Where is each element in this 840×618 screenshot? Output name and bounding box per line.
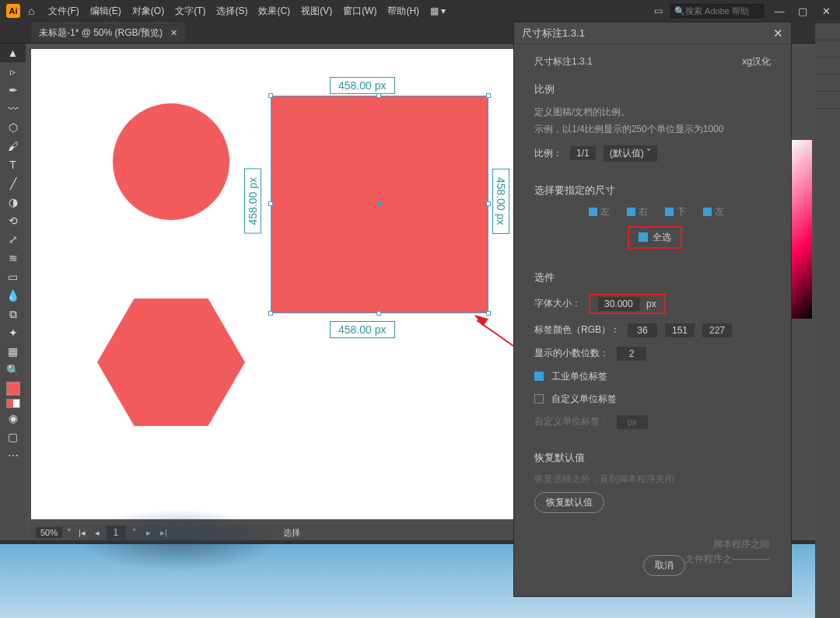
menu-object[interactable]: 对象(O) — [129, 3, 167, 19]
search-input[interactable]: 🔍 搜索 Adobe 帮助 — [670, 4, 764, 18]
rotate-tool-icon[interactable]: ⟲ — [0, 211, 26, 230]
menu-help[interactable]: 帮助(H) — [384, 3, 422, 19]
menu-type[interactable]: 文字(T) — [172, 3, 208, 19]
tool-panel: ▲ ▹ ✒ 〰 ⬡ 🖌 T ╱ ◑ ⟲ ⤢ ≋ ▭ 💧 ⧉ ✦ ▦ 🔍 ◉ ▢ … — [0, 44, 26, 540]
font-size-unit: px — [646, 299, 656, 309]
width-tool-icon[interactable]: ≋ — [0, 249, 26, 267]
select-all-label: 全选 — [653, 231, 671, 244]
doc-layout-icon[interactable]: ▭ — [654, 5, 663, 16]
restore-defaults-button[interactable]: 恢复默认值 — [534, 492, 604, 513]
paintbrush-tool-icon[interactable]: 🖌 — [0, 137, 26, 155]
decimals-label: 显示的小数位数： — [534, 347, 609, 360]
decimals-input[interactable]: 2 — [617, 347, 646, 361]
selection-handle[interactable] — [486, 201, 491, 206]
rgb-b-input[interactable]: 227 — [702, 323, 732, 337]
scale-desc-1: 定义图稿/文档的比例。 — [534, 104, 771, 120]
zoom-tool-icon[interactable]: 🔍 — [0, 361, 26, 379]
type-tool-icon[interactable]: T — [0, 155, 26, 174]
color-spectrum-preview[interactable] — [789, 140, 812, 319]
artboard-tool-icon[interactable]: ▦ — [0, 342, 26, 361]
pen-tool-icon[interactable]: ✒ — [0, 81, 26, 100]
home-icon[interactable]: ⌂ — [28, 5, 34, 17]
line-tool-icon[interactable]: ╱ — [0, 174, 26, 193]
artboard-canvas[interactable]: 458.00 px 458.00 px 458.00 px 458.00 px — [31, 49, 519, 519]
menu-view[interactable]: 视图(V) — [298, 3, 335, 19]
selection-handle[interactable] — [486, 311, 491, 316]
scale-desc-2: 示例，以1/4比例显示的250个单位显示为1000 — [534, 121, 771, 137]
cancel-button[interactable]: 取消 — [643, 555, 685, 576]
window-restore-icon[interactable]: ▢ — [795, 5, 810, 17]
zoom-level[interactable]: 50% — [36, 527, 62, 538]
fill-color-swatch[interactable] — [6, 382, 20, 396]
label-color-label: 标签颜色（RGB）： — [534, 323, 620, 337]
section-title: 比例 — [534, 82, 771, 96]
desktop-reflection — [78, 509, 280, 571]
document-tab[interactable]: 未标题-1* @ 50% (RGB/预览) ✕ — [31, 23, 185, 43]
shape-builder-tool-icon[interactable]: ◑ — [0, 193, 26, 211]
symbol-sprayer-tool-icon[interactable]: ✦ — [0, 323, 26, 342]
scale-section: 比例 定义图稿/文档的比例。 示例，以1/4比例显示的250个单位显示为1000… — [534, 82, 771, 162]
rectangle-shape-selected[interactable] — [271, 96, 488, 313]
curvature-tool-icon[interactable]: 〰 — [0, 100, 26, 118]
side-checkbox-top[interactable]: 下 — [665, 205, 686, 218]
scale-tool-icon[interactable]: ⤢ — [0, 230, 26, 249]
menu-window[interactable]: 窗口(W) — [340, 3, 380, 19]
select-all-checkbox[interactable]: 全选 — [628, 226, 682, 249]
selection-handle[interactable] — [268, 93, 273, 98]
screen-mode-icon[interactable]: ▢ — [0, 428, 26, 446]
window-minimize-icon[interactable]: — — [772, 5, 787, 17]
section-title: 恢复默认值 — [534, 451, 771, 465]
panel-dock[interactable] — [815, 23, 840, 618]
checkbox-icon — [639, 232, 648, 242]
rgb-r-input[interactable]: 36 — [628, 323, 657, 337]
eyedropper-tool-icon[interactable]: 💧 — [0, 286, 26, 305]
font-size-input[interactable]: 30.000 — [598, 297, 640, 311]
hexagon-shape[interactable] — [97, 299, 245, 426]
restore-hint: 恢复选择之外，直到脚本程序关闭 — [534, 473, 771, 486]
menu-effect[interactable]: 效果(C) — [255, 3, 293, 19]
options-section: 选件 字体大小： 30.000 px 标签颜色（RGB）： 36 151 227… — [534, 271, 771, 429]
circle-shape[interactable] — [113, 103, 229, 220]
selection-handle[interactable] — [268, 201, 273, 206]
status-selection-label: 选择 — [283, 527, 300, 539]
dimension-label-top: 458.00 px — [330, 77, 395, 94]
zoom-dropdown-icon[interactable]: ˅ — [67, 528, 72, 538]
selection-handle[interactable] — [486, 93, 491, 98]
stroke-color-swatch[interactable] — [6, 399, 20, 408]
edit-toolbar-icon[interactable]: ⋯ — [0, 446, 26, 465]
menu-file[interactable]: 文件(F) — [45, 3, 82, 19]
font-size-input-highlight: 30.000 px — [589, 294, 666, 314]
free-transform-tool-icon[interactable]: ▭ — [0, 267, 26, 286]
blend-tool-icon[interactable]: ⧉ — [0, 305, 26, 323]
scale-default-dropdown[interactable]: (默认值) ˅ — [604, 145, 657, 162]
industry-unit-label: 工业单位标签 — [551, 370, 607, 383]
window-close-icon[interactable]: ✕ — [818, 5, 834, 17]
font-size-label: 字体大小： — [534, 297, 581, 310]
side-checkbox-left[interactable]: 左 — [589, 205, 610, 218]
selection-handle[interactable] — [376, 311, 381, 316]
rgb-g-input[interactable]: 151 — [665, 323, 695, 337]
workspace-switcher-icon[interactable]: ▦ ▾ — [427, 4, 449, 18]
custom-unit-checkbox[interactable] — [534, 394, 544, 403]
menu-select[interactable]: 选择(S) — [213, 3, 250, 19]
rectangle-tool-icon[interactable]: ⬡ — [0, 118, 26, 137]
dimension-label-left: 458.00 px — [244, 169, 261, 234]
selection-handle[interactable] — [268, 311, 273, 316]
scale-input[interactable]: 1/1 — [570, 146, 596, 160]
custom-unit-input[interactable]: px — [617, 415, 648, 429]
dialog-credit: xg汉化 — [742, 55, 771, 68]
restore-section: 恢复默认值 恢复选择之外，直到脚本程序关闭 恢复默认值 — [534, 451, 771, 513]
custom-unit-label: 自定义单位标签 — [551, 393, 617, 406]
side-checkbox-right[interactable]: 右 — [627, 205, 648, 218]
industry-unit-checkbox[interactable] — [534, 372, 544, 381]
direct-selection-tool-icon[interactable]: ▹ — [0, 62, 26, 81]
dialog-close-icon[interactable]: ✕ — [773, 26, 783, 40]
close-tab-icon[interactable]: ✕ — [170, 28, 177, 38]
selection-tool-icon[interactable]: ▲ — [0, 44, 26, 62]
document-tab-title: 未标题-1* @ 50% (RGB/预览) — [39, 26, 163, 40]
side-checkbox-bottom[interactable]: 左 — [703, 205, 724, 218]
menu-edit[interactable]: 编辑(E) — [87, 3, 124, 19]
draw-mode-icon[interactable]: ◉ — [0, 409, 26, 428]
app-logo-icon: Ai — [6, 4, 20, 18]
artboard: 458.00 px 458.00 px 458.00 px 458.00 px — [31, 49, 519, 519]
